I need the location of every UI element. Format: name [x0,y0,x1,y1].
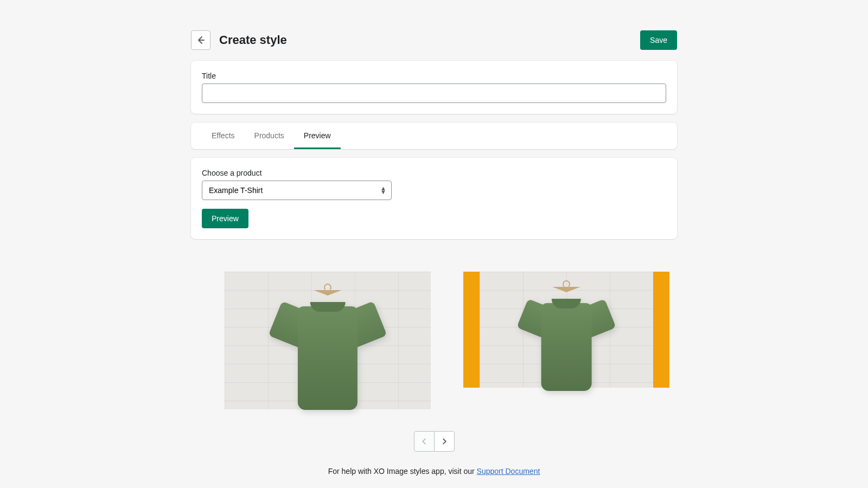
page-title: Create style [219,33,640,47]
title-label: Title [202,72,666,80]
hanger-icon [552,284,580,293]
tabs: Effects Products Preview [191,123,677,149]
styled-image [463,272,669,409]
choose-product-label: Choose a product [202,169,666,177]
tab-effects[interactable]: Effects [202,123,245,149]
product-select[interactable]: Example T-Shirt [202,181,392,200]
back-button[interactable] [191,30,210,50]
arrow-left-icon [195,35,206,46]
hanger-icon [314,287,342,297]
chevron-right-icon [439,436,449,446]
tshirt-icon [523,293,610,396]
preview-button[interactable]: Preview [202,209,248,228]
preview-images [191,248,677,409]
tab-preview[interactable]: Preview [294,123,341,149]
tshirt-icon [276,297,379,419]
chevron-left-icon [419,436,429,446]
help-text: For help with XO Image styles app, visit… [191,467,677,476]
tab-products[interactable]: Products [245,123,294,149]
title-input[interactable] [202,84,666,103]
prev-page-button [414,431,435,452]
save-button[interactable]: Save [640,30,677,50]
support-document-link[interactable]: Support Document [477,467,540,476]
next-page-button[interactable] [434,431,455,452]
original-image [225,272,431,409]
pagination [191,431,677,452]
help-prefix: For help with XO Image styles app, visit… [328,467,477,476]
